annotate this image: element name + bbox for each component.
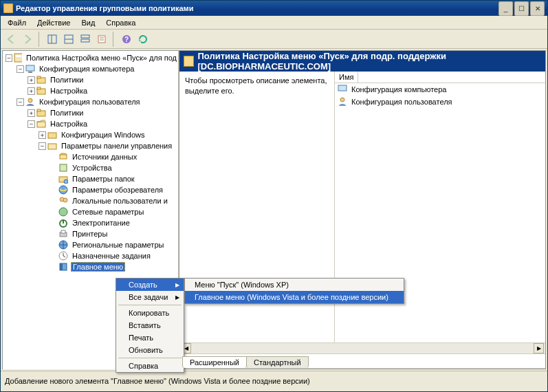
- folder-icon: [36, 86, 46, 96]
- tree-folderopts[interactable]: Параметры папок: [71, 175, 136, 183]
- svg-rect-25: [48, 144, 56, 149]
- tree-devices[interactable]: Устройства: [71, 164, 113, 172]
- status-text: Добавление нового элемента "Главное меню…: [5, 377, 310, 386]
- close-button[interactable]: ✕: [530, 1, 545, 16]
- svg-rect-22: [37, 109, 41, 111]
- ctx-alltasks[interactable]: Все задачи: [116, 291, 184, 303]
- minimize-button[interactable]: _: [498, 1, 513, 16]
- svg-rect-44: [60, 263, 63, 270]
- computer-icon: [25, 64, 35, 74]
- titlebar[interactable]: Редактор управления групповыми политикам…: [1, 1, 547, 16]
- folder-open-icon: [47, 141, 57, 151]
- menu-file[interactable]: Файл: [2, 16, 32, 29]
- printer-icon: [58, 229, 68, 239]
- scrollbar-horizontal[interactable]: ◀ ▶: [179, 342, 545, 353]
- svg-rect-24: [48, 133, 56, 138]
- policy-title: Политика Настройка меню «Пуск» для подр.…: [198, 51, 541, 72]
- menu-help[interactable]: Справка: [100, 16, 141, 29]
- tree-wincfg[interactable]: Конфигурация Windows: [60, 131, 146, 139]
- folder-icon: [36, 75, 46, 85]
- svg-point-34: [59, 208, 67, 216]
- tree-uc[interactable]: Конфигурация пользователя: [38, 98, 142, 106]
- menu-view[interactable]: Вид: [76, 16, 100, 29]
- svg-text:?: ?: [124, 36, 129, 43]
- tree-cc-prefs[interactable]: Настройка: [49, 87, 89, 95]
- tree-uc-policies[interactable]: Политики: [49, 109, 85, 117]
- svg-rect-17: [37, 76, 41, 78]
- power-icon: [58, 218, 68, 228]
- properties-button[interactable]: [94, 32, 109, 47]
- statusbar: Добавление нового элемента "Главное меню…: [1, 371, 547, 391]
- tree-root[interactable]: Политика Настройка меню «Пуск» для под: [25, 54, 178, 62]
- svg-rect-45: [338, 85, 347, 91]
- tree-ieopts[interactable]: Параметры обозревателя: [71, 186, 164, 194]
- network-icon: [58, 207, 68, 217]
- startmenu-icon: [58, 262, 68, 272]
- listview-header[interactable]: Имя: [335, 72, 545, 83]
- context-submenu[interactable]: Меню "Пуск" (Windows XP) Главное меню (W…: [184, 278, 404, 304]
- tree-startmenu[interactable]: Главное меню: [71, 262, 125, 272]
- ctx-create[interactable]: Создать: [116, 279, 184, 291]
- svg-rect-19: [37, 87, 41, 89]
- user-icon: [25, 97, 35, 107]
- back-button[interactable]: [3, 32, 19, 47]
- layout2-button[interactable]: [61, 32, 76, 47]
- tree-cc-policies[interactable]: Политики: [49, 76, 85, 84]
- tab-standard[interactable]: Стандартный: [246, 356, 309, 368]
- ctx-help[interactable]: Справка: [116, 360, 184, 372]
- svg-rect-0: [3, 3, 13, 13]
- maximize-button[interactable]: ☐: [514, 1, 529, 16]
- list-item[interactable]: Конфигурация пользователя: [335, 96, 545, 108]
- tree-localusers[interactable]: Локальные пользователи и: [71, 197, 169, 205]
- forward-button[interactable]: [20, 32, 35, 47]
- tree-power[interactable]: Электропитание: [71, 219, 131, 227]
- datasource-icon: [58, 152, 68, 162]
- svg-rect-27: [60, 155, 67, 159]
- ctx-sub-xp[interactable]: Меню "Пуск" (Windows XP): [185, 279, 404, 291]
- tree-printers[interactable]: Принтеры: [71, 230, 109, 238]
- layout3-button[interactable]: [78, 32, 93, 47]
- toolbar: ?: [1, 30, 547, 49]
- policy-header: Политика Настройка меню «Пуск» для подр.…: [179, 51, 545, 72]
- separator: [118, 305, 182, 305]
- menubar: Файл Действие Вид Справка: [1, 16, 547, 30]
- separator: [118, 358, 182, 358]
- schedtasks-icon: [58, 251, 68, 261]
- tree-cpanel[interactable]: Параметры панели управления: [60, 142, 173, 150]
- tree-schedtasks[interactable]: Назначенные задания: [71, 252, 152, 260]
- ctx-copy[interactable]: Копировать: [116, 307, 184, 319]
- tree-netopts[interactable]: Сетевые параметры: [71, 208, 145, 216]
- ctx-sub-vista[interactable]: Главное меню (Windows Vista и более позд…: [185, 291, 404, 303]
- tree-regional[interactable]: Региональные параметры: [71, 241, 165, 249]
- localusers-icon: [58, 196, 68, 206]
- tree-uc-prefs[interactable]: Настройка: [49, 120, 89, 128]
- tree-datasources[interactable]: Источники данных: [71, 153, 138, 161]
- ctx-refresh[interactable]: Обновить: [116, 344, 184, 356]
- svg-rect-5: [81, 35, 89, 38]
- svg-rect-23: [37, 122, 45, 127]
- folder-icon: [36, 108, 46, 118]
- list-item[interactable]: Конфигурация компьютера: [335, 83, 545, 96]
- help-button[interactable]: ?: [119, 32, 134, 47]
- tab-extended[interactable]: Расширенный: [182, 356, 247, 368]
- svg-rect-14: [26, 65, 34, 71]
- svg-point-33: [63, 198, 67, 202]
- layout1-button[interactable]: [45, 32, 60, 47]
- svg-point-46: [340, 98, 344, 102]
- ctx-print[interactable]: Печать: [116, 331, 184, 344]
- content-area: −Политика Настройка меню «Пуск» для под …: [1, 49, 547, 371]
- ctx-paste[interactable]: Вставить: [116, 319, 184, 331]
- details-panel: Политика Настройка меню «Пуск» для подр.…: [179, 50, 546, 369]
- svg-rect-1: [48, 35, 56, 43]
- col-name[interactable]: Имя: [335, 72, 358, 83]
- svg-point-20: [28, 98, 32, 102]
- scroll-right-button[interactable]: ▶: [534, 343, 544, 353]
- menu-action[interactable]: Действие: [32, 16, 76, 29]
- svg-point-30: [64, 179, 68, 184]
- folderopts-icon: [58, 174, 68, 184]
- folder-icon: [47, 130, 57, 140]
- refresh-button[interactable]: [135, 32, 151, 47]
- tree-cc[interactable]: Конфигурация компьютера: [38, 65, 135, 73]
- context-menu[interactable]: Создать Все задачи Копировать Вставить П…: [116, 278, 184, 373]
- svg-rect-7: [98, 36, 105, 43]
